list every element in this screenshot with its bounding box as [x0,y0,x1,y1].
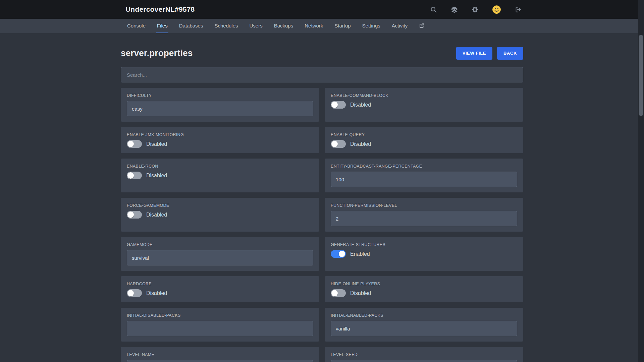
setting-card-hide-online-players: HIDE-ONLINE-PLAYERSDisabled [325,276,523,302]
toggle-hide-online-players[interactable] [331,289,346,297]
setting-label: INITIAL-DISABLED-PACKS [127,313,313,318]
setting-label: ENABLE-JMX-MONITORING [127,132,313,137]
tab-console[interactable]: Console [121,19,151,33]
layers-icon[interactable] [450,6,458,13]
setting-card-function-permission-level: FUNCTION-PERMISSION-LEVEL [325,198,523,232]
external-link-icon [418,19,425,33]
setting-label: LEVEL-SEED [331,352,517,357]
tab-label: Backups [273,19,294,33]
toggle-status: Disabled [350,141,371,147]
setting-input-function-permission-level[interactable] [331,211,517,226]
external-link-tab[interactable] [413,19,430,33]
setting-label: FUNCTION-PERMISSION-LEVEL [331,203,517,208]
tab-settings[interactable]: Settings [357,19,386,33]
setting-card-enable-query: ENABLE-QUERYDisabled [325,127,523,153]
setting-input-difficulty[interactable] [127,101,313,116]
toggle-generate-structures[interactable] [331,250,346,258]
tab-label: Databases [178,19,204,33]
toggle-status: Disabled [350,290,371,296]
setting-label: FORCE-GAMEMODE [127,203,313,208]
toggle-knob [127,290,134,296]
search-input[interactable] [121,67,523,82]
setting-card-level-seed: LEVEL-SEED [325,347,523,362]
tab-schedules[interactable]: Schedules [209,19,244,33]
toggle-enable-command-block[interactable] [331,101,346,109]
setting-card-initial-disabled-packs: INITIAL-DISABLED-PACKS [121,308,319,342]
setting-card-enable-rcon: ENABLE-RCONDisabled [121,159,319,192]
toggle-enable-query[interactable] [331,140,346,148]
setting-card-force-gamemode: FORCE-GAMEMODEDisabled [121,198,319,232]
subnav: ConsoleFilesDatabasesSchedulesUsersBacku… [0,19,644,33]
topbar-actions [430,5,522,14]
view-file-button[interactable]: VIEW FILE [456,47,492,60]
toggle-enable-rcon[interactable] [127,172,142,179]
scrollbar-track[interactable] [638,0,644,362]
tab-startup[interactable]: Startup [329,19,356,33]
tab-users[interactable]: Users [244,19,268,33]
avatar[interactable] [492,5,501,14]
tab-backups[interactable]: Backups [268,19,299,33]
cogs-icon[interactable] [471,6,479,13]
setting-input-level-seed[interactable] [331,360,517,362]
setting-card-enable-command-block: ENABLE-COMMAND-BLOCKDisabled [325,88,523,122]
setting-label: HARDCORE [127,282,313,286]
toggle-status: Disabled [350,102,371,108]
setting-input-entity-broadcast-range-percentage[interactable] [331,172,517,187]
tab-label: Files [156,19,168,33]
search-icon[interactable] [430,6,437,13]
toggle-knob [339,251,345,257]
setting-label: INITIAL-ENABLED-PACKS [331,313,517,318]
tab-activity[interactable]: Activity [386,19,414,33]
setting-label: LEVEL-NAME [127,352,313,357]
setting-card-initial-enabled-packs: INITIAL-ENABLED-PACKS [325,308,523,342]
tab-databases[interactable]: Databases [173,19,209,33]
setting-label: ENABLE-QUERY [331,132,517,137]
scrollbar-thumb[interactable] [639,35,643,116]
setting-label: HIDE-ONLINE-PLAYERS [331,282,517,286]
tab-label: Users [249,19,263,33]
tab-label: Schedules [214,19,238,33]
back-button[interactable]: BACK [497,47,523,60]
setting-card-hardcore: HARDCOREDisabled [121,276,319,302]
page-container: server.properties VIEW FILE BACK DIFFICU… [121,33,523,362]
tab-label: Console [126,19,146,33]
toggle-status: Disabled [146,212,167,218]
setting-card-entity-broadcast-range-percentage: ENTITY-BROADCAST-RANGE-PERCENTAGE [325,159,523,192]
setting-label: ENABLE-COMMAND-BLOCK [331,93,517,98]
topbar: UndercoverNL#9578 [0,0,644,19]
setting-input-initial-disabled-packs[interactable] [127,321,313,336]
logout-icon[interactable] [515,6,522,13]
toggle-hardcore[interactable] [127,289,142,297]
tab-files[interactable]: Files [151,19,173,33]
toggle-force-gamemode[interactable] [127,211,142,219]
setting-input-initial-enabled-packs[interactable] [331,321,517,336]
setting-input-gamemode[interactable] [127,250,313,265]
setting-label: ENABLE-RCON [127,164,313,169]
setting-card-level-name: LEVEL-NAME [121,347,319,362]
toggle-knob [331,290,338,296]
toggle-status: Disabled [146,290,167,296]
tab-label: Network [304,19,324,33]
setting-card-difficulty: DIFFICULTY [121,88,319,122]
setting-card-generate-structures: GENERATE-STRUCTURESEnabled [325,237,523,271]
settings-grid: DIFFICULTYENABLE-COMMAND-BLOCKDisabledEN… [121,88,523,362]
setting-input-level-name[interactable] [127,360,313,362]
nav-tabs: ConsoleFilesDatabasesSchedulesUsersBacku… [121,19,523,33]
setting-card-enable-jmx-monitoring: ENABLE-JMX-MONITORINGDisabled [121,127,319,153]
setting-label: ENTITY-BROADCAST-RANGE-PERCENTAGE [331,164,517,169]
tab-label: Settings [362,19,381,33]
setting-label: DIFFICULTY [127,93,313,98]
toggle-knob [331,102,338,108]
toggle-enable-jmx-monitoring[interactable] [127,140,142,148]
toggle-status: Disabled [146,173,167,179]
toggle-knob [127,212,134,218]
toggle-knob [127,172,134,179]
server-title: UndercoverNL#9578 [125,5,195,13]
setting-label: GENERATE-STRUCTURES [331,242,517,247]
tab-network[interactable]: Network [299,19,329,33]
toggle-status: Disabled [146,141,167,147]
setting-card-gamemode: GAMEMODE [121,237,319,271]
toggle-knob [127,141,134,147]
tab-label: Startup [334,19,351,33]
toggle-status: Enabled [350,251,370,257]
